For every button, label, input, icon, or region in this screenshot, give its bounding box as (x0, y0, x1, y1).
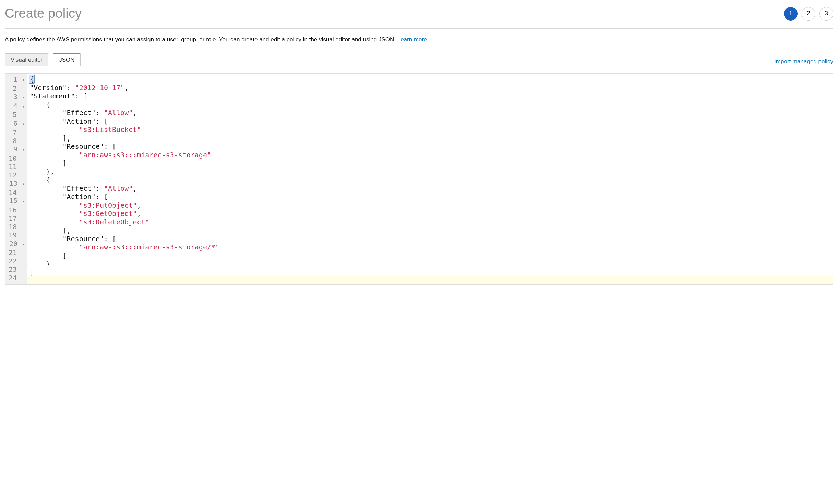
code-line[interactable]: "Resource": [ (29, 235, 833, 243)
gutter-line: 3 ▾ (9, 93, 25, 102)
code-line[interactable]: "arn:aws:s3:::miarec-s3-storage" (29, 151, 833, 159)
gutter-line: 5 (9, 111, 25, 119)
code-line[interactable]: "s3:ListBucket" (29, 125, 833, 134)
header: Create policy 123 (5, 6, 833, 28)
fold-toggle-icon[interactable]: ▾ (22, 180, 25, 188)
code-line[interactable]: { (29, 75, 833, 84)
gutter-line: 6 ▾ (9, 119, 25, 128)
gutter-line: 14 (9, 188, 25, 197)
policy-description-text: A policy defines the AWS permissions tha… (5, 36, 397, 43)
wizard-step-1[interactable]: 1 (784, 7, 798, 21)
gutter-line: 10 (9, 154, 25, 163)
editor-gutter: 1 ▾ 2 3 ▾ 4 ▾ 5 6 ▾ 7 8 9 ▾10 11 12 13 ▾… (5, 74, 27, 284)
code-line[interactable]: ], (29, 226, 833, 235)
gutter-line: 15 ▾ (9, 197, 25, 206)
code-line[interactable]: }, (29, 168, 833, 176)
code-line[interactable]: ] (29, 159, 833, 168)
fold-toggle-icon[interactable]: ▾ (22, 76, 25, 84)
fold-toggle-icon[interactable]: ▾ (22, 120, 25, 128)
learn-more-link[interactable]: Learn more (397, 36, 427, 43)
code-line[interactable]: "arn:aws:s3:::miarec-s3-storage/*" (29, 243, 833, 251)
code-line[interactable]: "Version": "2012-10-17", (29, 84, 833, 92)
policy-description: A policy defines the AWS permissions tha… (5, 36, 833, 43)
code-line[interactable]: } (29, 276, 833, 284)
code-line[interactable]: "Action": [ (29, 193, 833, 201)
gutter-line: 17 (9, 214, 25, 223)
gutter-line: 20 ▾ (9, 239, 25, 249)
code-line[interactable]: ] (29, 251, 833, 260)
gutter-line: 18 (9, 223, 25, 231)
gutter-line: 2 (9, 84, 25, 93)
gutter-line: 21 (9, 248, 25, 257)
gutter-line: 8 (9, 137, 25, 145)
wizard-step-2[interactable]: 2 (802, 7, 815, 21)
gutter-line: 16 (9, 206, 25, 214)
fold-toggle-icon[interactable]: ▾ (22, 102, 25, 111)
fold-toggle-icon[interactable]: ▾ (22, 197, 25, 206)
gutter-line: 22 (9, 257, 25, 266)
tabbar-underline (5, 66, 833, 66)
page-title: Create policy (5, 6, 82, 21)
tab-visual-editor[interactable]: Visual editor (5, 53, 48, 66)
code-line[interactable]: { (29, 176, 833, 184)
gutter-line: 25 (9, 282, 25, 284)
code-line[interactable]: "Statement": [ (29, 92, 833, 100)
gutter-line: 7 (9, 128, 25, 137)
gutter-line: 1 ▾ (9, 75, 25, 84)
gutter-line: 13 ▾ (9, 179, 25, 188)
fold-toggle-icon[interactable]: ▾ (22, 240, 25, 249)
fold-toggle-icon[interactable]: ▾ (22, 146, 25, 154)
editor-tabs: Visual editor JSON (5, 53, 81, 66)
code-line[interactable]: "Action": [ (29, 117, 833, 126)
gutter-line: 24 (9, 274, 25, 282)
import-managed-policy-link[interactable]: Import managed policy (774, 58, 833, 65)
header-separator (5, 28, 833, 29)
code-line[interactable]: "Resource": [ (29, 142, 833, 151)
gutter-line: 9 ▾ (9, 145, 25, 154)
gutter-line: 12 (9, 171, 25, 180)
fold-toggle-icon[interactable]: ▾ (22, 93, 25, 102)
gutter-line: 4 ▾ (9, 102, 25, 111)
code-line[interactable]: "Effect": "Allow", (29, 184, 833, 193)
code-line[interactable]: "s3:GetObject", (29, 209, 833, 218)
code-line[interactable]: } (29, 260, 833, 268)
wizard-steps: 123 (784, 7, 833, 21)
tab-json[interactable]: JSON (53, 53, 80, 66)
code-line[interactable]: "s3:PutObject", (29, 201, 833, 210)
gutter-line: 11 (9, 162, 25, 171)
policy-json-editor[interactable]: 1 ▾ 2 3 ▾ 4 ▾ 5 6 ▾ 7 8 9 ▾10 11 12 13 ▾… (5, 73, 833, 285)
editor-code-area[interactable]: {"Version": "2012-10-17","Statement": [ … (27, 74, 833, 284)
code-line[interactable]: ], (29, 134, 833, 143)
gutter-line: 23 (9, 265, 25, 274)
code-line[interactable]: { (29, 100, 833, 109)
code-line[interactable]: "Effect": "Allow", (29, 109, 833, 117)
gutter-line: 19 (9, 231, 25, 239)
wizard-step-3[interactable]: 3 (819, 7, 833, 21)
code-line[interactable]: "s3:DeleteObject" (29, 218, 833, 226)
code-line[interactable]: ] (29, 268, 833, 277)
